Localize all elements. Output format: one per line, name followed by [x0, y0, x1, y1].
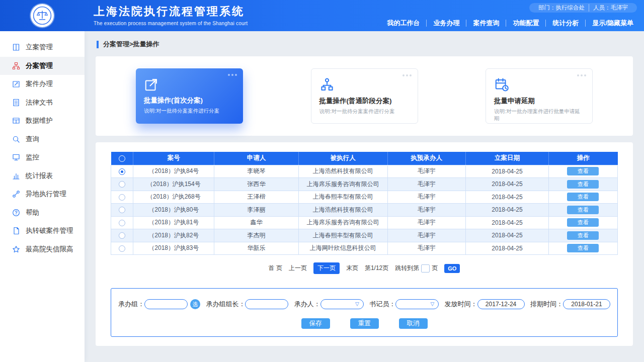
row-radio[interactable] — [119, 232, 125, 239]
respondent-cell: 上海春熙丰型有限公司 — [298, 229, 387, 242]
issue-date-label: 发放时间： — [445, 300, 477, 309]
handler-field: 承办人： — [294, 299, 364, 309]
sidebar-item-help[interactable]: 帮助 — [0, 204, 85, 222]
sidebar-item-label: 数据维护 — [26, 116, 53, 125]
handler-cell: 毛泽宇 — [387, 216, 465, 229]
case-row: （2018）沪执84号 李晓琴 上海浩然科技有限公司 毛泽宇 2018-04-2… — [111, 165, 618, 178]
action-card-title: 批量操作(首次分案) — [144, 96, 235, 105]
sidebar-item-supreme-court-dishonesty[interactable]: 最高院失信限高 — [0, 240, 85, 259]
view-button[interactable]: 查看 — [567, 206, 599, 214]
action-card-delay-request[interactable]: 批量申请延期 说明:对一批办理案件进行批量申请延期 — [486, 68, 593, 124]
select-all-radio[interactable] — [119, 155, 125, 162]
breadcrumb: 分案管理>批量操作 — [97, 40, 644, 49]
view-button[interactable]: 查看 — [567, 218, 599, 227]
sidebar-item-label: 查询 — [26, 135, 39, 144]
sidebar-item-bankruptcy-transfer[interactable]: 执转破案件管理 — [0, 222, 85, 240]
more-dots-icon — [577, 74, 586, 76]
court-emblem-icon — [31, 4, 54, 27]
handler-cell: 毛泽宇 — [387, 191, 465, 204]
app-header: 上海法院执行流程管理系统 The execution process manag… — [0, 0, 644, 31]
sidebar-item-monitoring[interactable]: 监控 — [0, 148, 85, 167]
document-icon — [12, 99, 20, 107]
top-nav: 我的工作台 业务办理 案件查询 功能配置 统计分析 显示/隐藏菜单 — [380, 20, 640, 27]
view-button[interactable]: 查看 — [567, 167, 599, 175]
nav-case-query[interactable]: 案件查询 — [466, 20, 506, 27]
sidebar-item-remote-execution[interactable]: 异地执行管理 — [0, 185, 85, 204]
sidebar-item-label: 最高院失信限高 — [26, 245, 73, 254]
sidebar-item-case-filing[interactable]: 立案管理 — [0, 38, 85, 57]
case-row: （2018）沪执83号 华新乐 上海网叶欣信息科技公司 毛泽宇 2018-04-… — [111, 242, 618, 255]
sidebar-item-query[interactable]: 查询 — [0, 130, 85, 149]
more-dots-icon — [228, 74, 237, 76]
clerk-label: 书记员： — [369, 300, 395, 309]
page-next-button[interactable]: 下一页 — [313, 262, 340, 274]
group-select-button[interactable]: 选 — [190, 299, 200, 309]
sidebar-item-data-maintenance[interactable]: 数据维护 — [0, 112, 85, 130]
case-no-cell: （2018）沪执80号 — [133, 204, 214, 217]
case-no-cell: （2018）沪执154号 — [133, 178, 214, 191]
nav-statistics[interactable]: 统计分析 — [545, 20, 585, 27]
leader-field: 承办组组长： — [206, 299, 288, 309]
view-button[interactable]: 查看 — [567, 193, 599, 201]
case-row: （2018）沪执154号 张西华 上海席乐服务咨询有限公司 毛泽宇 2018-0… — [111, 178, 618, 191]
question-circle-icon — [12, 209, 20, 217]
reset-button[interactable]: 重置 — [350, 318, 379, 329]
jump-prefix-label: 跳转到第 — [395, 264, 419, 273]
nav-business-handling[interactable]: 业务办理 — [426, 20, 466, 27]
issue-date-value[interactable]: 2017-12-24 — [477, 299, 525, 309]
save-button[interactable]: 保存 — [301, 318, 330, 329]
page-first-link[interactable]: 首 页 — [269, 264, 282, 273]
go-button[interactable]: GO — [444, 264, 460, 273]
pagination: 首 页 上一页 下一页 末页 第1/12页 跳转到第 页 GO — [111, 262, 618, 274]
view-button[interactable]: 查看 — [567, 244, 599, 252]
row-radio[interactable] — [119, 207, 125, 213]
sidebar-item-label: 法律文书 — [26, 98, 53, 107]
jump-suffix-label: 页 — [432, 264, 438, 273]
row-radio[interactable] — [119, 181, 125, 188]
page-prev-link[interactable]: 上一页 — [289, 264, 307, 273]
group-input[interactable] — [144, 299, 188, 309]
applicant-cell: 张西华 — [214, 178, 298, 191]
col-handler: 执预承办人 — [387, 152, 465, 165]
action-card-normal-stage[interactable]: 批量操作(普通阶段分案) 说明:对一批待分案案件进行分案 — [311, 68, 418, 124]
row-radio[interactable] — [119, 245, 125, 252]
col-applicant: 申请人 — [214, 152, 298, 165]
nav-function-config[interactable]: 功能配置 — [506, 20, 545, 27]
leader-input[interactable] — [245, 299, 288, 309]
sidebar-item-legal-documents[interactable]: 法律文书 — [0, 94, 85, 112]
user-label: 人员：毛泽宇 — [589, 4, 632, 12]
respondent-cell: 上海春熙丰型有限公司 — [298, 191, 387, 204]
case-table-panel: 案号 申请人 被执行人 执预承办人 立案日期 操作 （2018）沪执84号 李晓… — [96, 142, 633, 346]
clerk-select[interactable] — [395, 299, 439, 309]
respondent-cell: 上海浩然科技有限公司 — [298, 165, 387, 178]
sidebar-item-statistics-report[interactable]: 统计报表 — [0, 167, 85, 186]
star-icon — [12, 245, 20, 253]
schedule-date-value[interactable]: 2018-01-21 — [563, 299, 610, 309]
nav-my-workbench[interactable]: 我的工作台 — [380, 20, 426, 27]
sidebar-item-case-handling[interactable]: 案件办理 — [0, 75, 85, 94]
handler-cell: 毛泽宇 — [387, 204, 465, 217]
action-cards-panel: 批量操作(首次分案) 说明:对一批待分案案件进行分案 批量操作(普通阶段分案) … — [96, 56, 633, 136]
date-cell: 2018-04-25 — [465, 204, 548, 217]
row-radio[interactable] — [119, 194, 125, 201]
app-subtitle: The execution process management system … — [94, 21, 248, 26]
sidebar-item-case-assignment[interactable]: 分案管理 — [0, 57, 85, 75]
handler-select[interactable] — [320, 299, 364, 309]
case-row: （2018）沪执80号 李泽丽 上海浩然科技有限公司 毛泽宇 2018-04-2… — [111, 204, 618, 217]
jump-page-input[interactable] — [421, 264, 430, 273]
form-buttons: 保存 重置 取消 — [118, 318, 610, 329]
row-radio[interactable] — [119, 168, 125, 175]
view-button[interactable]: 查看 — [567, 180, 599, 189]
breadcrumb-text: 分案管理>批量操作 — [103, 40, 159, 49]
row-radio[interactable] — [119, 220, 125, 226]
nav-toggle-menu[interactable]: 显示/隐藏菜单 — [585, 20, 640, 27]
page-last-link[interactable]: 末页 — [346, 264, 358, 273]
respondent-cell: 上海网叶欣信息科技公司 — [298, 242, 387, 255]
view-button[interactable]: 查看 — [567, 231, 599, 240]
group-label: 承办组： — [118, 300, 144, 309]
cancel-button[interactable]: 取消 — [399, 318, 428, 329]
action-card-first-assignment[interactable]: 批量操作(首次分案) 说明:对一批待分案案件进行分案 — [136, 68, 243, 124]
handler-cell: 毛泽宇 — [387, 242, 465, 255]
date-cell: 2018-04-25 — [465, 178, 548, 191]
table-header-row: 案号 申请人 被执行人 执预承办人 立案日期 操作 — [111, 152, 618, 165]
